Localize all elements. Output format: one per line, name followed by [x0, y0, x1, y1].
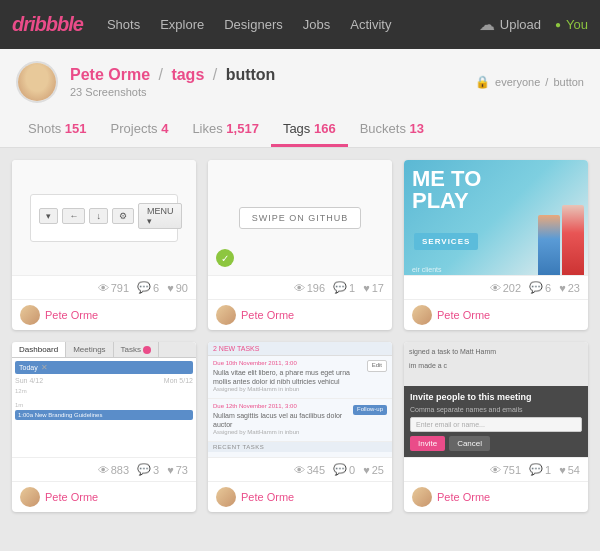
shot-card-2[interactable]: SWIPE ON GITHUB ✓ 👁 196 💬 1 ♥ 17: [208, 160, 392, 330]
tags-link[interactable]: tags: [171, 66, 204, 83]
dashboard-tab[interactable]: Dashboard: [12, 342, 66, 357]
shot-stats-2: 👁 196 💬 1 ♥ 17: [294, 281, 384, 294]
shot-meta-5: 👁 345 💬 0 ♥ 25: [208, 457, 392, 481]
char-1: [538, 215, 560, 275]
avatar[interactable]: [16, 61, 58, 103]
task-item-1: Edit Due 10th November 2011, 3:00 Nulla …: [208, 356, 392, 399]
logo[interactable]: dribbble: [12, 13, 83, 36]
comment-icon: 💬: [137, 281, 151, 294]
likes-stat: ♥ 90: [167, 281, 188, 294]
comments-stat-5: 💬 0: [333, 463, 355, 476]
shot-author-5: Pete Orme: [208, 481, 392, 512]
tab-tags[interactable]: Tags 166: [271, 113, 348, 147]
shot-thumb-6[interactable]: signed a task to Matt Hamm im made a c I…: [404, 342, 588, 457]
tasks-tab[interactable]: Tasks: [114, 342, 159, 357]
tasks-header: 2 NEW TASKS: [208, 342, 392, 356]
shot-author-3: Pete Orme: [404, 299, 588, 330]
nav-explore[interactable]: Explore: [150, 17, 214, 32]
upload-button[interactable]: ☁ Upload: [479, 15, 541, 34]
shot-author-6: Pete Orme: [404, 481, 588, 512]
shot-thumb-3[interactable]: ME TOPLAY SERVICES eir clients: [404, 160, 588, 275]
calendar-left: Today ✕ Sun 4/12 Mon 5/12 12m 1m 1:00a N…: [15, 361, 193, 445]
profile-title: Pete Orme / tags / button: [70, 66, 275, 84]
eye-icon-3: 👁: [490, 282, 501, 294]
heart-icon-3: ♥: [559, 282, 566, 294]
task-text-1: Nulla vitae elit libero, a phare mus ege…: [213, 368, 387, 386]
invite-modal: Invite people to this meeting Comma sepa…: [404, 386, 588, 457]
shot-card-5[interactable]: 2 NEW TASKS Edit Due 10th November 2011,…: [208, 342, 392, 512]
author-avatar-1: [20, 305, 40, 325]
views-stat-4: 👁 883: [98, 463, 129, 476]
shot-meta-1: 👁 791 💬 6 ♥ 90: [12, 275, 196, 299]
nav-jobs[interactable]: Jobs: [293, 17, 340, 32]
dashboard-tabs: Dashboard Meetings Tasks: [12, 342, 196, 358]
shot-author-2: Pete Orme: [208, 299, 392, 330]
shot-thumb-2[interactable]: SWIPE ON GITHUB ✓: [208, 160, 392, 275]
tab-shots[interactable]: Shots 151: [16, 113, 99, 147]
nav-designers[interactable]: Designers: [214, 17, 293, 32]
meetings-tab[interactable]: Meetings: [66, 342, 113, 357]
nav-shots[interactable]: Shots: [97, 17, 150, 32]
author-name-6[interactable]: Pete Orme: [437, 491, 490, 503]
comment-icon-6: 💬: [529, 463, 543, 476]
close-x: ✕: [41, 363, 48, 372]
author-name-5[interactable]: Pete Orme: [241, 491, 294, 503]
visibility-info: 🔒 everyone / button: [475, 75, 584, 89]
shot-stats-3: 👁 202 💬 6 ♥ 23: [490, 281, 580, 294]
profile-name-link[interactable]: Pete Orme: [70, 66, 150, 83]
eye-icon-4: 👁: [98, 464, 109, 476]
shot-thumb-4[interactable]: Dashboard Meetings Tasks Today ✕ Sun 4/1…: [12, 342, 196, 457]
author-name-3[interactable]: Pete Orme: [437, 309, 490, 321]
heart-icon-2: ♥: [363, 282, 370, 294]
author-avatar-3: [412, 305, 432, 325]
time-labels: 12m 1m 1:00a New Branding Guidelines: [15, 388, 193, 420]
author-name-2[interactable]: Pete Orme: [241, 309, 294, 321]
invite-button[interactable]: Invite: [410, 436, 445, 451]
download-btn: ↓: [89, 208, 108, 224]
tag-name: button: [226, 66, 276, 83]
you-button[interactable]: ● You: [555, 17, 588, 32]
menu-btn: MENU ▾: [138, 203, 183, 229]
views-stat: 👁 791: [98, 281, 129, 294]
shot-card-3[interactable]: ME TOPLAY SERVICES eir clients 👁 202 💬: [404, 160, 588, 330]
shot-meta-3: 👁 202 💬 6 ♥ 23: [404, 275, 588, 299]
cancel-button[interactable]: Cancel: [449, 436, 490, 451]
tab-likes[interactable]: Likes 1,517: [180, 113, 271, 147]
shot-thumb-1[interactable]: ▾ ← ↓ ⚙ MENU ▾: [12, 160, 196, 275]
content-area: ▾ ← ↓ ⚙ MENU ▾ 👁 791 💬 6: [0, 148, 600, 524]
lock-icon: 🔒: [475, 75, 490, 89]
main-nav: dribbble Shots Explore Designers Jobs Ac…: [0, 0, 600, 49]
shot-author-1: Pete Orme: [12, 299, 196, 330]
shot-card-4[interactable]: Dashboard Meetings Tasks Today ✕ Sun 4/1…: [12, 342, 196, 512]
comments-stat: 💬 6: [137, 281, 159, 294]
author-name-1[interactable]: Pete Orme: [45, 309, 98, 321]
tab-projects[interactable]: Projects 4: [99, 113, 181, 147]
nav-activity[interactable]: Activity: [340, 17, 401, 32]
shot-background-text: signed a task to Matt Hamm im made a c: [404, 342, 588, 376]
comments-stat-6: 💬 1: [529, 463, 551, 476]
shot-card-6[interactable]: signed a task to Matt Hamm im made a c I…: [404, 342, 588, 512]
tab-buckets[interactable]: Buckets 13: [348, 113, 436, 147]
invite-email-input[interactable]: Enter email or name...: [410, 417, 582, 432]
cloud-icon: ☁: [479, 15, 495, 34]
likes-stat-5: ♥ 25: [363, 463, 384, 476]
comment-icon-3: 💬: [529, 281, 543, 294]
services-button-mock: SERVICES: [414, 233, 478, 250]
comment-icon-5: 💬: [333, 463, 347, 476]
shot-grid: ▾ ← ↓ ⚙ MENU ▾ 👁 791 💬 6: [12, 160, 588, 512]
shot-card-1[interactable]: ▾ ← ↓ ⚙ MENU ▾ 👁 791 💬 6: [12, 160, 196, 330]
heart-icon: ♥: [167, 282, 174, 294]
profile-tabs: Shots 151 Projects 4 Likes 1,517 Tags 16…: [16, 113, 584, 147]
heart-icon-4: ♥: [167, 464, 174, 476]
eye-icon: 👁: [98, 282, 109, 294]
character-illustration: [538, 205, 584, 275]
invite-modal-subtitle: Comma separate names and emails: [410, 406, 582, 413]
play-text: ME TOPLAY: [412, 168, 481, 212]
author-name-4[interactable]: Pete Orme: [45, 491, 98, 503]
invite-modal-title: Invite people to this meeting: [410, 392, 582, 402]
green-badge-icon: ✓: [216, 249, 234, 267]
shot-thumb-5[interactable]: 2 NEW TASKS Edit Due 10th November 2011,…: [208, 342, 392, 457]
follow-up-button[interactable]: Follow-up: [353, 405, 387, 415]
edit-button[interactable]: Edit: [367, 360, 387, 372]
today-button[interactable]: Today ✕: [15, 361, 193, 374]
